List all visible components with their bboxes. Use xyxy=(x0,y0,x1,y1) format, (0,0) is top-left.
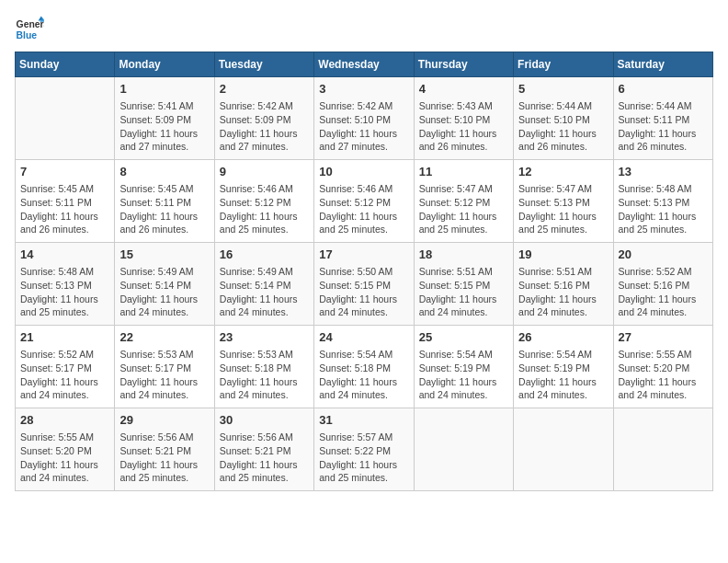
day-info: Sunrise: 5:44 AM Sunset: 5:10 PM Dayligh… xyxy=(518,99,608,154)
day-info: Sunrise: 5:52 AM Sunset: 5:17 PM Dayligh… xyxy=(20,348,109,402)
day-info: Sunrise: 5:56 AM Sunset: 5:21 PM Dayligh… xyxy=(119,431,209,485)
calendar-cell: 1Sunrise: 5:41 AM Sunset: 5:09 PM Daylig… xyxy=(115,77,214,160)
day-info: Sunrise: 5:50 AM Sunset: 5:15 PM Dayligh… xyxy=(319,265,408,319)
calendar-cell: 31Sunrise: 5:57 AM Sunset: 5:22 PM Dayli… xyxy=(314,408,414,491)
calendar-cell: 30Sunrise: 5:56 AM Sunset: 5:21 PM Dayli… xyxy=(214,408,313,491)
day-info: Sunrise: 5:42 AM Sunset: 5:09 PM Dayligh… xyxy=(220,99,309,154)
calendar-cell: 2Sunrise: 5:42 AM Sunset: 5:09 PM Daylig… xyxy=(214,77,313,160)
calendar-cell: 13Sunrise: 5:48 AM Sunset: 5:13 PM Dayli… xyxy=(613,160,712,243)
day-info: Sunrise: 5:47 AM Sunset: 5:13 PM Dayligh… xyxy=(518,182,608,236)
calendar-cell: 16Sunrise: 5:49 AM Sunset: 5:14 PM Dayli… xyxy=(214,243,313,326)
calendar-header-wednesday: Wednesday xyxy=(314,52,414,77)
day-number: 21 xyxy=(20,329,109,346)
day-number: 9 xyxy=(220,164,309,180)
calendar-cell: 23Sunrise: 5:53 AM Sunset: 5:18 PM Dayli… xyxy=(214,326,313,408)
day-info: Sunrise: 5:47 AM Sunset: 5:12 PM Dayligh… xyxy=(419,182,508,236)
calendar-cell xyxy=(414,408,513,491)
calendar-cell: 24Sunrise: 5:54 AM Sunset: 5:18 PM Dayli… xyxy=(314,326,414,408)
logo: General Blue xyxy=(15,15,48,44)
calendar-cell: 19Sunrise: 5:51 AM Sunset: 5:16 PM Dayli… xyxy=(514,243,613,326)
day-info: Sunrise: 5:53 AM Sunset: 5:17 PM Dayligh… xyxy=(119,348,209,402)
day-number: 1 xyxy=(119,81,209,98)
day-info: Sunrise: 5:42 AM Sunset: 5:10 PM Dayligh… xyxy=(319,99,408,154)
day-number: 3 xyxy=(319,81,408,98)
day-number: 12 xyxy=(518,164,608,180)
calendar-cell: 18Sunrise: 5:51 AM Sunset: 5:15 PM Dayli… xyxy=(414,243,513,326)
day-info: Sunrise: 5:49 AM Sunset: 5:14 PM Dayligh… xyxy=(220,265,309,319)
day-number: 26 xyxy=(518,329,608,346)
day-info: Sunrise: 5:46 AM Sunset: 5:12 PM Dayligh… xyxy=(319,182,408,236)
day-info: Sunrise: 5:51 AM Sunset: 5:16 PM Dayligh… xyxy=(518,265,608,319)
day-info: Sunrise: 5:57 AM Sunset: 5:22 PM Dayligh… xyxy=(319,431,408,485)
day-number: 27 xyxy=(619,329,708,346)
calendar-header-tuesday: Tuesday xyxy=(214,52,313,77)
day-info: Sunrise: 5:54 AM Sunset: 5:18 PM Dayligh… xyxy=(319,348,408,402)
day-number: 11 xyxy=(419,164,508,180)
calendar-cell xyxy=(514,408,613,491)
calendar-cell: 28Sunrise: 5:55 AM Sunset: 5:20 PM Dayli… xyxy=(16,408,115,491)
day-info: Sunrise: 5:53 AM Sunset: 5:18 PM Dayligh… xyxy=(220,348,309,402)
svg-text:General: General xyxy=(17,19,44,29)
calendar-header-friday: Friday xyxy=(514,52,613,77)
day-number: 6 xyxy=(619,81,708,98)
day-info: Sunrise: 5:48 AM Sunset: 5:13 PM Dayligh… xyxy=(20,265,109,319)
calendar-cell xyxy=(613,408,712,491)
calendar-cell: 6Sunrise: 5:44 AM Sunset: 5:11 PM Daylig… xyxy=(613,77,712,160)
day-number: 25 xyxy=(419,329,508,346)
day-number: 31 xyxy=(319,412,408,429)
day-info: Sunrise: 5:49 AM Sunset: 5:14 PM Dayligh… xyxy=(119,265,209,319)
day-info: Sunrise: 5:45 AM Sunset: 5:11 PM Dayligh… xyxy=(20,182,109,236)
day-info: Sunrise: 5:52 AM Sunset: 5:16 PM Dayligh… xyxy=(619,265,708,319)
day-info: Sunrise: 5:41 AM Sunset: 5:09 PM Dayligh… xyxy=(119,99,209,154)
header: General Blue xyxy=(15,15,713,44)
calendar-cell: 14Sunrise: 5:48 AM Sunset: 5:13 PM Dayli… xyxy=(16,243,115,326)
calendar-cell: 8Sunrise: 5:45 AM Sunset: 5:11 PM Daylig… xyxy=(115,160,214,243)
day-info: Sunrise: 5:43 AM Sunset: 5:10 PM Dayligh… xyxy=(419,99,508,154)
calendar-cell: 11Sunrise: 5:47 AM Sunset: 5:12 PM Dayli… xyxy=(414,160,513,243)
day-info: Sunrise: 5:56 AM Sunset: 5:21 PM Dayligh… xyxy=(220,431,309,485)
day-info: Sunrise: 5:55 AM Sunset: 5:20 PM Dayligh… xyxy=(20,431,109,485)
calendar-cell: 5Sunrise: 5:44 AM Sunset: 5:10 PM Daylig… xyxy=(514,77,613,160)
calendar-cell: 21Sunrise: 5:52 AM Sunset: 5:17 PM Dayli… xyxy=(16,326,115,408)
day-info: Sunrise: 5:51 AM Sunset: 5:15 PM Dayligh… xyxy=(419,265,508,319)
calendar-cell: 20Sunrise: 5:52 AM Sunset: 5:16 PM Dayli… xyxy=(613,243,712,326)
calendar-header-monday: Monday xyxy=(115,52,214,77)
calendar-cell: 17Sunrise: 5:50 AM Sunset: 5:15 PM Dayli… xyxy=(314,243,414,326)
calendar-header-sunday: Sunday xyxy=(16,52,115,77)
day-info: Sunrise: 5:45 AM Sunset: 5:11 PM Dayligh… xyxy=(119,182,209,236)
day-number: 30 xyxy=(220,412,309,429)
calendar-cell: 15Sunrise: 5:49 AM Sunset: 5:14 PM Dayli… xyxy=(115,243,214,326)
day-info: Sunrise: 5:54 AM Sunset: 5:19 PM Dayligh… xyxy=(518,348,608,402)
day-number: 18 xyxy=(419,247,508,263)
day-number: 20 xyxy=(619,247,708,263)
calendar-cell: 22Sunrise: 5:53 AM Sunset: 5:17 PM Dayli… xyxy=(115,326,214,408)
day-number: 29 xyxy=(119,412,209,429)
calendar-cell xyxy=(16,77,115,160)
calendar-cell: 25Sunrise: 5:54 AM Sunset: 5:19 PM Dayli… xyxy=(414,326,513,408)
calendar-header-thursday: Thursday xyxy=(414,52,513,77)
day-number: 10 xyxy=(319,164,408,180)
day-number: 7 xyxy=(20,164,109,180)
day-info: Sunrise: 5:55 AM Sunset: 5:20 PM Dayligh… xyxy=(619,348,708,402)
day-info: Sunrise: 5:46 AM Sunset: 5:12 PM Dayligh… xyxy=(220,182,309,236)
day-number: 4 xyxy=(419,81,508,98)
day-number: 19 xyxy=(518,247,608,263)
day-info: Sunrise: 5:54 AM Sunset: 5:19 PM Dayligh… xyxy=(419,348,508,402)
calendar-cell: 4Sunrise: 5:43 AM Sunset: 5:10 PM Daylig… xyxy=(414,77,513,160)
calendar-cell: 7Sunrise: 5:45 AM Sunset: 5:11 PM Daylig… xyxy=(16,160,115,243)
day-number: 5 xyxy=(518,81,608,98)
day-number: 17 xyxy=(319,247,408,263)
calendar-cell: 3Sunrise: 5:42 AM Sunset: 5:10 PM Daylig… xyxy=(314,77,414,160)
logo-icon: General Blue xyxy=(15,15,44,44)
day-number: 13 xyxy=(619,164,708,180)
calendar-cell: 10Sunrise: 5:46 AM Sunset: 5:12 PM Dayli… xyxy=(314,160,414,243)
calendar-cell: 26Sunrise: 5:54 AM Sunset: 5:19 PM Dayli… xyxy=(514,326,613,408)
day-number: 28 xyxy=(20,412,109,429)
calendar-header-saturday: Saturday xyxy=(613,52,712,77)
calendar-cell: 12Sunrise: 5:47 AM Sunset: 5:13 PM Dayli… xyxy=(514,160,613,243)
calendar-table: SundayMondayTuesdayWednesdayThursdayFrid… xyxy=(15,52,713,491)
day-number: 24 xyxy=(319,329,408,346)
calendar-cell: 27Sunrise: 5:55 AM Sunset: 5:20 PM Dayli… xyxy=(613,326,712,408)
day-number: 23 xyxy=(220,329,309,346)
calendar-cell: 9Sunrise: 5:46 AM Sunset: 5:12 PM Daylig… xyxy=(214,160,313,243)
